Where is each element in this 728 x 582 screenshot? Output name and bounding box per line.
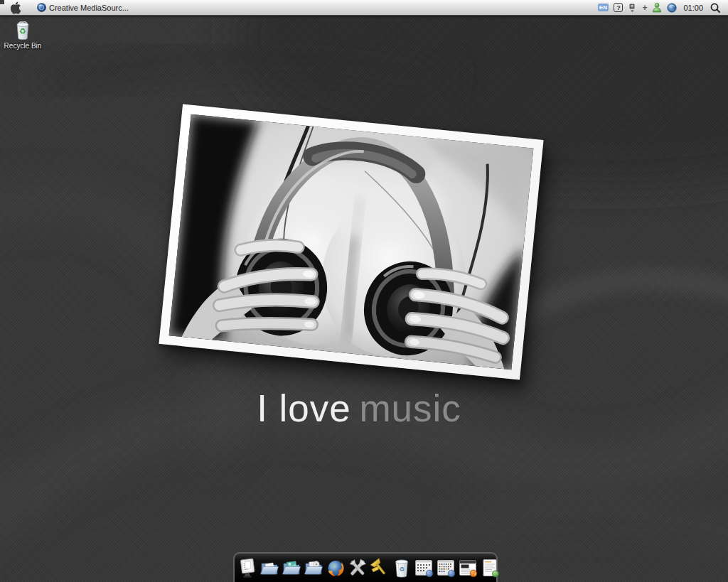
dock-item-trash[interactable]: ♻ bbox=[391, 557, 412, 578]
messenger-buddy-icon[interactable] bbox=[652, 2, 662, 13]
firefox-icon bbox=[325, 557, 346, 578]
svg-text:♻: ♻ bbox=[19, 27, 26, 36]
my-computer-icon bbox=[237, 557, 258, 578]
dock-item-my-computer[interactable] bbox=[237, 557, 258, 578]
minimized-window-icons-icon bbox=[435, 557, 456, 578]
device-tray-icon[interactable] bbox=[628, 3, 637, 13]
dock-item-minimized-document-window[interactable] bbox=[479, 557, 500, 578]
language-indicator[interactable]: EN bbox=[598, 4, 609, 11]
dock-item-folder[interactable] bbox=[259, 557, 280, 578]
svg-text:♻: ♻ bbox=[399, 566, 405, 573]
active-app-chip[interactable]: Creative MediaSourc... bbox=[37, 3, 129, 12]
recycle-bin-icon: ♻ bbox=[12, 18, 33, 41]
menubar: Creative MediaSourc... EN ? + 01:00 bbox=[0, 0, 728, 16]
corner-widget bbox=[0, 0, 4, 4]
headphones-photo bbox=[169, 114, 534, 370]
desktop: Creative MediaSourc... EN ? + 01:00 bbox=[0, 0, 728, 582]
plus-tray-icon[interactable]: + bbox=[642, 4, 647, 11]
minimized-window-desktop-icon bbox=[413, 557, 434, 578]
dock: ♻ bbox=[233, 552, 498, 582]
dock-item-minimized-icons-window[interactable] bbox=[435, 557, 456, 578]
dock-item-minimized-firefox-window[interactable] bbox=[457, 557, 478, 578]
help-icon[interactable]: ? bbox=[614, 3, 623, 12]
active-app-title: Creative MediaSourc... bbox=[49, 4, 129, 12]
recycle-bin[interactable]: ♻ Recycle Bin bbox=[3, 18, 43, 50]
documents-folder-icon bbox=[303, 557, 324, 578]
caption-part-2: music bbox=[359, 387, 461, 429]
wallpaper-caption: I lovemusic bbox=[257, 387, 461, 430]
dock-item-pictures-folder[interactable] bbox=[281, 557, 302, 578]
apple-menu-icon[interactable] bbox=[9, 1, 21, 14]
minimized-window-document-icon bbox=[479, 557, 500, 578]
network-globe-icon[interactable] bbox=[667, 3, 677, 13]
caption-part-1: I love bbox=[257, 387, 351, 429]
dock-item-firefox[interactable] bbox=[325, 557, 346, 578]
dock-item-gold-hammer[interactable] bbox=[369, 557, 390, 578]
trash-icon: ♻ bbox=[391, 557, 412, 578]
recycle-bin-label: Recycle Bin bbox=[3, 42, 43, 50]
polaroid-photo[interactable] bbox=[159, 104, 543, 380]
dock-item-crossed-tools[interactable] bbox=[347, 557, 368, 578]
crossed-tools-icon bbox=[347, 557, 368, 578]
creative-mediasource-icon bbox=[37, 3, 46, 12]
minimized-window-firefox-icon bbox=[457, 557, 478, 578]
search-icon[interactable] bbox=[710, 2, 721, 14]
clock[interactable]: 01:00 bbox=[683, 4, 703, 12]
dock-item-documents-folder[interactable] bbox=[303, 557, 324, 578]
pictures-folder-icon bbox=[281, 557, 302, 578]
dock-item-minimized-desktop-window[interactable] bbox=[413, 557, 434, 578]
open-folder-icon bbox=[259, 557, 280, 578]
running-indicator bbox=[333, 579, 338, 582]
gold-hammer-icon bbox=[369, 557, 390, 578]
